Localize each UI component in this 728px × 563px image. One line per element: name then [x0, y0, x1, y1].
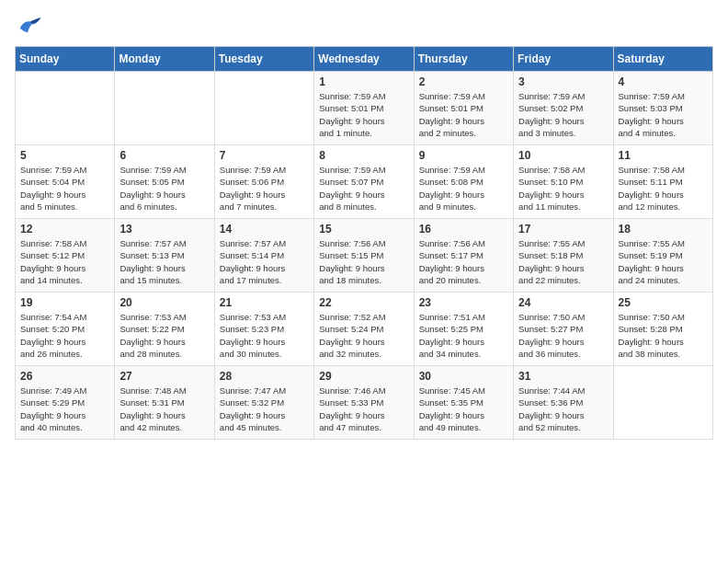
day-number: 21 [220, 296, 309, 309]
day-info: Sunrise: 7:59 AM Sunset: 5:02 PM Dayligh… [518, 90, 608, 139]
calendar-cell: 20Sunrise: 7:53 AM Sunset: 5:22 PM Dayli… [115, 293, 214, 366]
calendar-cell: 9Sunrise: 7:59 AM Sunset: 5:08 PM Daylig… [414, 145, 513, 219]
calendar-cell: 2Sunrise: 7:59 AM Sunset: 5:01 PM Daylig… [414, 72, 513, 145]
day-info: Sunrise: 7:59 AM Sunset: 5:01 PM Dayligh… [419, 90, 508, 139]
day-number: 16 [419, 223, 508, 236]
day-info: Sunrise: 7:50 AM Sunset: 5:27 PM Dayligh… [518, 311, 608, 360]
calendar-cell: 24Sunrise: 7:50 AM Sunset: 5:27 PM Dayli… [514, 293, 613, 366]
calendar-cell: 17Sunrise: 7:55 AM Sunset: 5:18 PM Dayli… [514, 219, 613, 293]
day-number: 23 [419, 296, 508, 309]
page-header [15, 15, 713, 37]
day-info: Sunrise: 7:55 AM Sunset: 5:19 PM Dayligh… [619, 237, 708, 286]
day-number: 15 [319, 223, 408, 236]
day-number: 30 [419, 370, 508, 383]
logo [15, 15, 44, 37]
day-number: 6 [119, 149, 209, 162]
day-info: Sunrise: 7:54 AM Sunset: 5:20 PM Dayligh… [20, 311, 109, 360]
day-number: 13 [119, 223, 209, 236]
day-number: 22 [319, 296, 408, 309]
day-number: 17 [518, 223, 608, 236]
weekday-header-tuesday: Tuesday [214, 47, 313, 72]
day-number: 25 [619, 296, 708, 309]
day-info: Sunrise: 7:59 AM Sunset: 5:01 PM Dayligh… [319, 90, 408, 139]
day-number: 14 [220, 223, 309, 236]
calendar-cell: 13Sunrise: 7:57 AM Sunset: 5:13 PM Dayli… [115, 219, 214, 293]
day-info: Sunrise: 7:57 AM Sunset: 5:14 PM Dayligh… [220, 237, 309, 286]
calendar-cell: 23Sunrise: 7:51 AM Sunset: 5:25 PM Dayli… [414, 293, 513, 366]
day-number: 5 [20, 149, 109, 162]
calendar-cell: 4Sunrise: 7:59 AM Sunset: 5:03 PM Daylig… [613, 72, 712, 145]
day-info: Sunrise: 7:59 AM Sunset: 5:04 PM Dayligh… [20, 164, 109, 213]
calendar-cell: 7Sunrise: 7:59 AM Sunset: 5:06 PM Daylig… [214, 145, 313, 219]
day-number: 20 [119, 296, 209, 309]
day-info: Sunrise: 7:51 AM Sunset: 5:25 PM Dayligh… [419, 311, 508, 360]
calendar-cell: 26Sunrise: 7:49 AM Sunset: 5:29 PM Dayli… [16, 366, 115, 440]
calendar-week-row: 5Sunrise: 7:59 AM Sunset: 5:04 PM Daylig… [16, 145, 713, 219]
day-info: Sunrise: 7:44 AM Sunset: 5:36 PM Dayligh… [518, 385, 608, 433]
day-info: Sunrise: 7:48 AM Sunset: 5:31 PM Dayligh… [119, 385, 209, 433]
day-number: 8 [319, 149, 408, 162]
day-number: 10 [518, 149, 608, 162]
weekday-header-saturday: Saturday [613, 47, 712, 72]
calendar-cell: 15Sunrise: 7:56 AM Sunset: 5:15 PM Dayli… [314, 219, 414, 293]
calendar-cell: 3Sunrise: 7:59 AM Sunset: 5:02 PM Daylig… [514, 72, 613, 145]
day-number: 24 [518, 296, 608, 309]
day-info: Sunrise: 7:56 AM Sunset: 5:15 PM Dayligh… [319, 237, 408, 286]
calendar-cell [16, 72, 115, 145]
day-info: Sunrise: 7:55 AM Sunset: 5:18 PM Dayligh… [518, 237, 608, 286]
calendar-cell: 22Sunrise: 7:52 AM Sunset: 5:24 PM Dayli… [314, 293, 414, 366]
day-info: Sunrise: 7:46 AM Sunset: 5:33 PM Dayligh… [319, 385, 408, 433]
day-number: 11 [619, 149, 708, 162]
day-info: Sunrise: 7:59 AM Sunset: 5:03 PM Dayligh… [619, 90, 708, 139]
calendar-week-row: 26Sunrise: 7:49 AM Sunset: 5:29 PM Dayli… [16, 366, 713, 440]
weekday-header-thursday: Thursday [414, 47, 513, 72]
day-number: 4 [619, 75, 708, 88]
calendar-cell: 18Sunrise: 7:55 AM Sunset: 5:19 PM Dayli… [613, 219, 712, 293]
day-info: Sunrise: 7:58 AM Sunset: 5:10 PM Dayligh… [518, 164, 608, 213]
calendar-cell: 16Sunrise: 7:56 AM Sunset: 5:17 PM Dayli… [414, 219, 513, 293]
day-number: 7 [220, 149, 309, 162]
calendar-week-row: 19Sunrise: 7:54 AM Sunset: 5:20 PM Dayli… [16, 293, 713, 366]
calendar-cell: 25Sunrise: 7:50 AM Sunset: 5:28 PM Dayli… [613, 293, 712, 366]
day-info: Sunrise: 7:59 AM Sunset: 5:06 PM Dayligh… [220, 164, 309, 213]
calendar-cell: 1Sunrise: 7:59 AM Sunset: 5:01 PM Daylig… [314, 72, 414, 145]
day-info: Sunrise: 7:52 AM Sunset: 5:24 PM Dayligh… [319, 311, 408, 360]
day-number: 27 [119, 370, 209, 383]
weekday-header-wednesday: Wednesday [314, 47, 414, 72]
calendar-cell [115, 72, 214, 145]
day-number: 31 [518, 370, 608, 383]
weekday-header-sunday: Sunday [16, 47, 115, 72]
calendar-cell: 28Sunrise: 7:47 AM Sunset: 5:32 PM Dayli… [214, 366, 313, 440]
weekday-header-monday: Monday [115, 47, 214, 72]
calendar-cell: 11Sunrise: 7:58 AM Sunset: 5:11 PM Dayli… [613, 145, 712, 219]
day-number: 12 [20, 223, 109, 236]
day-number: 9 [419, 149, 508, 162]
calendar-table: SundayMondayTuesdayWednesdayThursdayFrid… [15, 46, 713, 440]
day-info: Sunrise: 7:49 AM Sunset: 5:29 PM Dayligh… [20, 385, 109, 433]
logo-bird-icon [17, 15, 44, 37]
calendar-cell: 29Sunrise: 7:46 AM Sunset: 5:33 PM Dayli… [314, 366, 414, 440]
calendar-week-row: 1Sunrise: 7:59 AM Sunset: 5:01 PM Daylig… [16, 72, 713, 145]
calendar-cell: 21Sunrise: 7:53 AM Sunset: 5:23 PM Dayli… [214, 293, 313, 366]
day-number: 29 [319, 370, 408, 383]
calendar-cell: 14Sunrise: 7:57 AM Sunset: 5:14 PM Dayli… [214, 219, 313, 293]
day-info: Sunrise: 7:58 AM Sunset: 5:11 PM Dayligh… [619, 164, 708, 213]
calendar-cell: 12Sunrise: 7:58 AM Sunset: 5:12 PM Dayli… [16, 219, 115, 293]
calendar-cell [613, 366, 712, 440]
calendar-cell: 5Sunrise: 7:59 AM Sunset: 5:04 PM Daylig… [16, 145, 115, 219]
calendar-cell: 19Sunrise: 7:54 AM Sunset: 5:20 PM Dayli… [16, 293, 115, 366]
calendar-cell: 8Sunrise: 7:59 AM Sunset: 5:07 PM Daylig… [314, 145, 414, 219]
day-info: Sunrise: 7:56 AM Sunset: 5:17 PM Dayligh… [419, 237, 508, 286]
calendar-week-row: 12Sunrise: 7:58 AM Sunset: 5:12 PM Dayli… [16, 219, 713, 293]
day-number: 2 [419, 75, 508, 88]
day-number: 18 [619, 223, 708, 236]
day-number: 26 [20, 370, 109, 383]
day-number: 28 [220, 370, 309, 383]
weekday-header-friday: Friday [514, 47, 613, 72]
day-number: 3 [518, 75, 608, 88]
weekday-header-row: SundayMondayTuesdayWednesdayThursdayFrid… [16, 47, 713, 72]
calendar-cell: 30Sunrise: 7:45 AM Sunset: 5:35 PM Dayli… [414, 366, 513, 440]
day-info: Sunrise: 7:59 AM Sunset: 5:08 PM Dayligh… [419, 164, 508, 213]
calendar-cell: 6Sunrise: 7:59 AM Sunset: 5:05 PM Daylig… [115, 145, 214, 219]
calendar-cell: 31Sunrise: 7:44 AM Sunset: 5:36 PM Dayli… [514, 366, 613, 440]
